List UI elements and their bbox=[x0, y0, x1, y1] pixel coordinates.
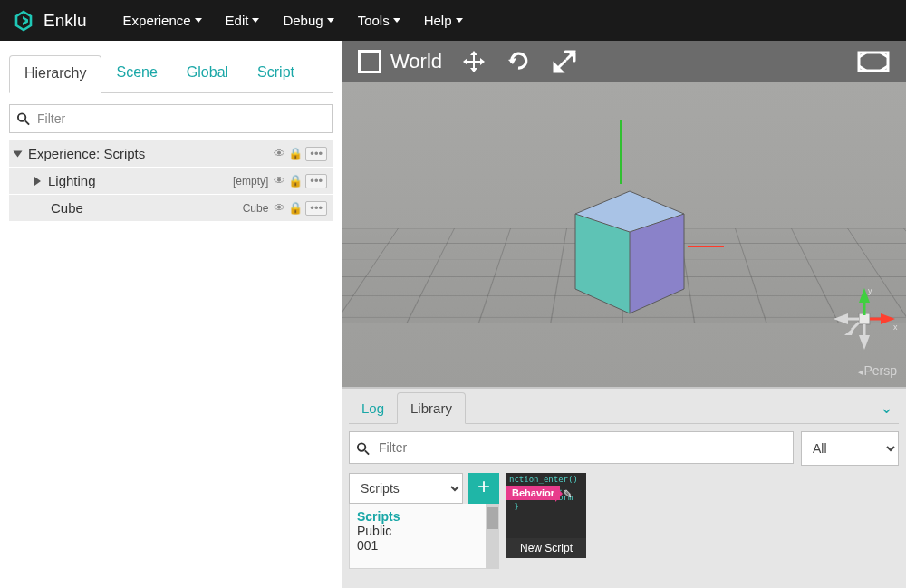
lock-icon[interactable]: 🔒 bbox=[288, 174, 303, 188]
hierarchy-filter bbox=[9, 104, 333, 133]
hierarchy-node-root[interactable]: Experience: Scripts 👁 🔒 ••• bbox=[9, 140, 333, 168]
asset-type-badge: Behavior bbox=[506, 486, 560, 500]
main-menu: Experience Edit Debug Tools Help bbox=[123, 13, 463, 28]
list-item[interactable]: 001 bbox=[357, 538, 478, 553]
caret-down-icon bbox=[327, 18, 334, 23]
axis-y-gizmo bbox=[620, 120, 622, 184]
library-category-dropdown[interactable]: Scripts bbox=[349, 473, 463, 504]
eye-icon[interactable]: 👁 bbox=[274, 147, 285, 160]
svg-text:x: x bbox=[893, 323, 898, 332]
library-filter-input[interactable] bbox=[349, 431, 794, 464]
app-logo[interactable]: Enklu bbox=[13, 10, 87, 32]
scale-tool-icon[interactable] bbox=[551, 48, 578, 75]
rotate-tool-icon[interactable] bbox=[506, 48, 533, 75]
app-name: Enklu bbox=[43, 11, 87, 31]
menu-debug[interactable]: Debug bbox=[283, 13, 333, 28]
expand-toggle-icon[interactable] bbox=[34, 177, 41, 186]
menu-help[interactable]: Help bbox=[424, 13, 463, 28]
tab-library[interactable]: Library bbox=[397, 392, 466, 424]
svg-marker-14 bbox=[834, 313, 848, 324]
eye-icon[interactable]: 👁 bbox=[274, 201, 285, 215]
asset-card-new-script[interactable]: nction_enter() . transform } Behavior ✎ … bbox=[506, 473, 586, 558]
svg-line-1 bbox=[25, 120, 29, 124]
library-category-list[interactable]: Scripts Public 001 bbox=[349, 504, 487, 569]
collapse-panel-icon[interactable]: ⌄ bbox=[880, 398, 899, 418]
bottom-tabs: Log Library ⌄ bbox=[349, 392, 899, 424]
menu-experience[interactable]: Experience bbox=[123, 13, 202, 28]
list-item[interactable]: Public bbox=[357, 524, 478, 538]
lock-icon[interactable]: 🔒 bbox=[288, 201, 303, 215]
more-icon[interactable]: ••• bbox=[305, 147, 327, 161]
menu-tools[interactable]: Tools bbox=[358, 13, 400, 28]
svg-point-0 bbox=[18, 113, 25, 120]
lock-icon[interactable]: 🔒 bbox=[288, 147, 303, 160]
caret-down-icon bbox=[252, 18, 259, 23]
caret-down-icon bbox=[393, 18, 400, 23]
menu-edit[interactable]: Edit bbox=[226, 13, 260, 28]
svg-line-21 bbox=[365, 450, 369, 454]
pencil-icon: ✎ bbox=[563, 487, 573, 501]
library-filter-dropdown[interactable]: All bbox=[801, 431, 899, 466]
svg-line-19 bbox=[852, 323, 859, 330]
frame-tool-icon[interactable] bbox=[857, 51, 890, 72]
cube-mesh[interactable] bbox=[566, 182, 693, 318]
eye-icon[interactable]: 👁 bbox=[274, 174, 285, 188]
hierarchy-tree: Experience: Scripts 👁 🔒 ••• Lighting [em… bbox=[9, 140, 333, 222]
hierarchy-node-lighting[interactable]: Lighting [empty] 👁 🔒 ••• bbox=[9, 168, 333, 195]
search-icon bbox=[16, 112, 30, 126]
library-filter bbox=[349, 431, 794, 466]
tab-log[interactable]: Log bbox=[349, 393, 397, 423]
search-icon bbox=[356, 442, 370, 456]
top-navbar: Enklu Experience Edit Debug Tools Help bbox=[0, 0, 906, 41]
viewport-3d[interactable]: y x ◂Persp bbox=[342, 82, 906, 387]
left-panel: Hierarchy Scene Global Script Experience… bbox=[0, 41, 342, 588]
hierarchy-node-cube[interactable]: Cube Cube 👁 🔒 ••• bbox=[9, 195, 333, 222]
tab-global[interactable]: Global bbox=[172, 55, 243, 92]
svg-marker-16 bbox=[859, 335, 870, 350]
hierarchy-filter-input[interactable] bbox=[9, 104, 333, 133]
more-icon[interactable]: ••• bbox=[305, 201, 327, 216]
axis-x-gizmo bbox=[688, 246, 724, 247]
caret-down-icon bbox=[456, 18, 463, 23]
add-asset-button[interactable]: + bbox=[468, 473, 499, 504]
more-icon[interactable]: ••• bbox=[305, 174, 327, 188]
tab-script[interactable]: Script bbox=[243, 55, 309, 92]
left-tabs: Hierarchy Scene Global Script bbox=[9, 55, 333, 93]
svg-text:y: y bbox=[868, 286, 872, 295]
scrollbar[interactable] bbox=[487, 504, 499, 569]
orientation-gizmo[interactable]: y x bbox=[828, 283, 901, 355]
expand-toggle-icon[interactable] bbox=[14, 150, 23, 157]
bottom-panel: Log Library ⌄ All bbox=[342, 387, 906, 588]
list-item[interactable]: Scripts bbox=[357, 509, 478, 524]
viewport-toolbar: World bbox=[342, 41, 906, 82]
svg-point-20 bbox=[358, 443, 365, 450]
camera-mode-label: ◂Persp bbox=[858, 363, 897, 378]
asset-label: New Script bbox=[506, 538, 586, 558]
coordinate-space-toggle[interactable]: World bbox=[358, 50, 442, 73]
tab-scene[interactable]: Scene bbox=[101, 55, 171, 92]
tab-hierarchy[interactable]: Hierarchy bbox=[9, 55, 101, 93]
world-box-icon bbox=[358, 50, 381, 73]
caret-down-icon bbox=[195, 18, 202, 23]
enklu-logo-icon bbox=[13, 10, 34, 32]
move-tool-icon[interactable] bbox=[460, 48, 487, 75]
